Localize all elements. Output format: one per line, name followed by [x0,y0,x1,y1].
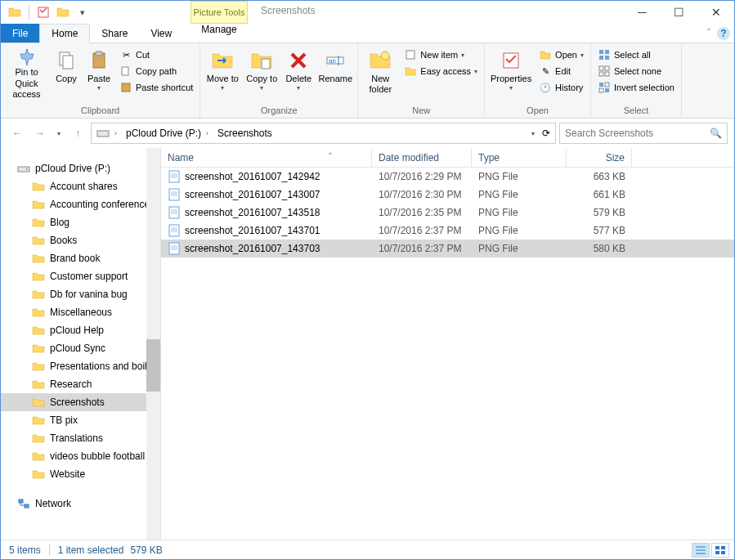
svg-rect-15 [605,50,609,54]
history-button[interactable]: 🕐History [536,80,587,95]
file-list[interactable]: Nameˆ Date modified Type Size screenshot… [161,148,734,540]
minimize-button[interactable]: ─ [624,1,661,24]
qat-properties-icon[interactable] [34,3,52,21]
invert-selection-button[interactable]: Invert selection [594,80,678,95]
copy-button[interactable]: Copy [51,46,82,101]
file-row[interactable]: screenshot_20161007_143701 10/7/2016 2:3… [161,222,734,240]
navigation-pane[interactable]: pCloud Drive (P:)Account sharesAccountin… [1,148,161,540]
tab-share[interactable]: Share [90,24,139,43]
tab-home[interactable]: Home [39,24,90,43]
tree-drive[interactable]: pCloud Drive (P:) [1,159,160,177]
up-button[interactable]: ↑ [68,123,87,143]
qat-folder2-icon[interactable] [54,3,72,21]
tree-folder[interactable]: Screenshots [1,393,160,411]
breadcrumb-root[interactable]: pCloud Drive (P:)› [123,128,213,139]
help-icon[interactable]: ? [717,27,730,40]
collapse-ribbon-icon[interactable]: ˆ [707,28,710,39]
tab-view[interactable]: View [139,24,183,43]
edit-button[interactable]: ✎Edit [536,64,587,78]
svg-rect-18 [599,66,603,70]
column-name[interactable]: Nameˆ [161,148,372,167]
svg-rect-32 [171,173,177,178]
tab-manage[interactable]: Manage [190,24,248,35]
delete-button[interactable]: Delete▾ [282,46,315,101]
tree-folder[interactable]: Translations [1,429,160,447]
tree-folder[interactable]: TB pix [1,411,160,429]
window-title: Screenshots [261,5,316,16]
svg-rect-44 [715,546,719,549]
breadcrumb[interactable]: › pCloud Drive (P:)› Screenshots ▾ ⟳ [91,123,556,144]
open-button[interactable]: Open ▾ [536,47,587,62]
forward-button[interactable]: → [30,123,50,143]
status-bar: 5 items 1 item selected 579 KB [1,540,734,559]
recent-locations-dropdown[interactable]: ▾ [53,123,65,143]
cut-button[interactable]: ✂Cut [116,47,196,62]
tree-folder[interactable]: Research [1,375,160,393]
tree-folder[interactable]: Books [1,231,160,249]
tree-folder[interactable]: Miscellaneous [1,303,160,321]
file-row[interactable]: screenshot_20161007_142942 10/7/2016 2:2… [161,168,734,186]
rename-button[interactable]: ab Rename [316,46,354,101]
tree-folder[interactable]: Brand book [1,249,160,267]
qat-folder-icon[interactable] [6,3,24,21]
search-input[interactable] [565,128,704,139]
select-all-button[interactable]: Select all [594,47,678,62]
qat-customize-dropdown[interactable]: ▾ [74,3,92,21]
column-size[interactable]: Size [567,148,632,167]
paste-shortcut-button[interactable]: Paste shortcut [116,80,196,95]
sidebar-scrollbar-thumb[interactable] [146,339,160,392]
status-size: 579 KB [130,544,162,556]
breadcrumb-dropdown[interactable]: ▾ [528,130,538,137]
tree-folder[interactable]: pCloud Help [1,321,160,339]
tree-folder[interactable]: Customer support [1,267,160,285]
svg-point-28 [26,168,28,170]
view-thumbnails-button[interactable] [711,543,729,558]
svg-rect-38 [171,227,177,232]
refresh-button[interactable]: ⟳ [539,128,553,139]
tree-folder[interactable]: Blog [1,213,160,231]
paste-button[interactable]: Paste▾ [83,46,114,101]
tree-folder[interactable]: videos bubble football [1,447,160,465]
tree-folder[interactable]: Accounting conferences [1,195,160,213]
file-row[interactable]: screenshot_20161007_143518 10/7/2016 2:3… [161,204,734,222]
breadcrumb-current[interactable]: Screenshots [214,128,276,139]
status-item-count: 5 items [9,544,41,556]
copy-to-button[interactable]: Copy to▾ [243,46,280,101]
svg-point-11 [381,52,389,60]
view-details-button[interactable] [692,543,710,558]
select-none-button[interactable]: Select none [594,64,678,78]
properties-button[interactable]: Properties▾ [488,46,534,101]
tree-folder[interactable]: Account shares [1,177,160,195]
copy-path-button[interactable]: Copy path [116,64,196,78]
file-row[interactable]: screenshot_20161007_143703 10/7/2016 2:3… [161,240,734,258]
ribbon-group-clipboard: Pin to Quick access Copy Paste▾ ✂Cut Cop… [1,43,200,118]
svg-rect-26 [97,131,109,137]
new-folder-button[interactable]: New folder [361,46,399,101]
svg-rect-16 [599,56,603,60]
tab-file[interactable]: File [1,24,39,43]
svg-rect-6 [122,83,130,92]
svg-rect-40 [171,245,177,250]
svg-rect-4 [96,52,102,56]
search-box[interactable]: 🔍 [559,123,728,144]
tree-folder[interactable]: pCloud Sync [1,339,160,357]
file-row[interactable]: screenshot_20161007_143007 10/7/2016 2:3… [161,186,734,204]
svg-rect-19 [605,66,609,70]
move-to-button[interactable]: Move to▾ [204,46,241,101]
easy-access-button[interactable]: Easy access ▾ [401,64,481,78]
column-date[interactable]: Date modified [372,148,472,167]
address-bar: ← → ▾ ↑ › pCloud Drive (P:)› Screenshots… [1,119,734,148]
tree-folder[interactable]: Website [1,465,160,483]
search-icon[interactable]: 🔍 [710,128,722,139]
maximize-button[interactable]: ☐ [661,1,697,24]
pin-quick-access-button[interactable]: Pin to Quick access [4,46,49,101]
back-button[interactable]: ← [7,123,27,143]
tree-folder[interactable]: Db for vanina bug [1,285,160,303]
new-item-button[interactable]: New item ▾ [401,47,481,62]
close-button[interactable]: ✕ [697,1,734,24]
tree-network[interactable]: Network [1,495,160,513]
column-type[interactable]: Type [472,148,567,167]
breadcrumb-drive-icon[interactable]: › [93,127,122,140]
tree-folder[interactable]: Presentations and boilerplates [1,357,160,375]
svg-rect-5 [122,67,128,75]
